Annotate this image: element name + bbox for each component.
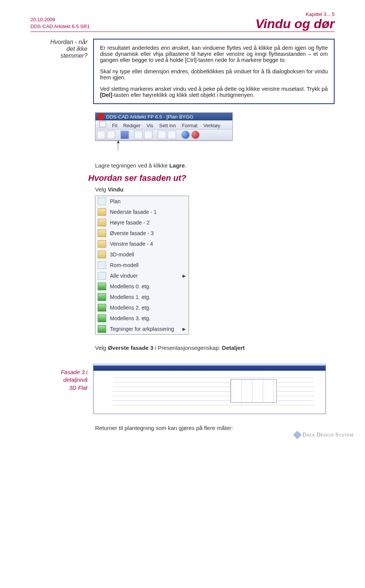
- app-toolbar: [95, 130, 232, 141]
- view-item-hoyre[interactable]: Høyre fasade - 2: [95, 217, 189, 228]
- view-item-venstre[interactable]: Venstre fasade - 4: [95, 239, 189, 249]
- margin-note: Hvordan - når det ikke stemmer?: [30, 39, 93, 104]
- redo-button[interactable]: [168, 131, 176, 139]
- header-title: Vindu og dør: [256, 17, 335, 30]
- info-p2: Skal ny type eller dimensjon endres, dob…: [100, 68, 328, 81]
- view-item-etg3[interactable]: Modellens 3. etg.: [95, 313, 189, 324]
- facade-screenshot: [93, 364, 326, 414]
- view-item-plan[interactable]: Plan: [95, 196, 189, 207]
- margin-note-l2: det ikke: [30, 46, 87, 52]
- callout-arrow: [95, 141, 335, 151]
- new-button[interactable]: [97, 131, 105, 139]
- menu-rediger[interactable]: Rediger: [123, 123, 141, 128]
- logo-icon: [293, 431, 302, 439]
- header-product: DDS-CAD Arkitekt 6.5 SR1: [30, 23, 90, 30]
- view-item-rommodell[interactable]: Rom-modell: [95, 260, 189, 270]
- view-item-allevinduer[interactable]: Alle vinduer▶: [95, 270, 189, 281]
- info-p3: Ved sletting markeres ønsket vindu ved å…: [100, 86, 328, 98]
- submenu-arrow-icon: ▶: [182, 273, 186, 278]
- floor-icon: [98, 293, 106, 301]
- floor-icon: [98, 325, 106, 333]
- view-item-3dmodell[interactable]: 3D-modell: [95, 249, 189, 260]
- app-title-text: DDS-CAD Arkitekt FP 6.5 - [Plan BYGG: [106, 114, 194, 120]
- window-control-icon[interactable]: [99, 121, 106, 127]
- floor-icon: [98, 315, 106, 322]
- view-3d-red-button[interactable]: [191, 131, 200, 139]
- info-p1: Er resultatet anderledes enn ønsket, kan…: [100, 45, 328, 63]
- open-button[interactable]: [107, 131, 115, 139]
- view-3d-blue-button[interactable]: [181, 131, 190, 139]
- menu-verktoy[interactable]: Verktøy: [203, 123, 220, 128]
- copy-button[interactable]: [134, 131, 143, 139]
- app-screenshot: DDS-CAD Arkitekt FP 6.5 - [Plan BYGG Fil…: [95, 112, 233, 141]
- save-button[interactable]: [121, 131, 129, 139]
- facade-margin-note: Fasade 3 i detaljnivå 3D Flat: [30, 368, 93, 392]
- view-item-etg0[interactable]: Modellens 0. etg.: [95, 281, 189, 292]
- facade-elevation-drawing: [94, 371, 325, 413]
- facade-titlebar: [94, 365, 325, 371]
- view-item-etg1[interactable]: Modellens 1. etg.: [95, 292, 189, 302]
- window-drawing: [230, 379, 277, 403]
- subheading-fasade: Hvordan ser fasaden ut?: [88, 173, 335, 183]
- margin-note-l3: stemmer?: [30, 52, 87, 59]
- velg-vindu: Velg Vindu: [95, 186, 335, 193]
- house-icon: [98, 240, 106, 248]
- menu-settinn[interactable]: Sett inn: [159, 123, 176, 128]
- menu-vis[interactable]: Vis: [146, 123, 153, 128]
- footer-logo: DATA DESIGN SYSTEM: [294, 432, 354, 438]
- print-button[interactable]: [144, 131, 152, 139]
- detail-caption: Velg Øverste fasade 3 i Presentasjonsege…: [95, 345, 335, 351]
- house-icon: [98, 219, 106, 226]
- save-caption: Lagre tegningen ved å klikke Lagre.: [95, 162, 335, 169]
- house-icon: [98, 251, 106, 258]
- margin-note-l1: Hvordan - når: [30, 39, 87, 46]
- view-item-nederste[interactable]: Nederste fasade - 1: [95, 207, 189, 217]
- house-icon: [98, 208, 106, 216]
- menu-fil[interactable]: Fil: [112, 123, 117, 128]
- view-menu-panel: Plan Nederste fasade - 1 Høyre fasade - …: [95, 196, 189, 335]
- view-item-overste[interactable]: Øverste fasade - 3: [95, 228, 189, 239]
- view-item-etg2[interactable]: Modellens 2. etg.: [95, 302, 189, 313]
- return-caption: Returner til plantegning som kan gjøres …: [95, 425, 335, 431]
- undo-button[interactable]: [158, 131, 166, 139]
- header-date: 20.10.2009: [30, 16, 90, 23]
- floor-icon: [98, 304, 106, 311]
- windows-icon: [98, 272, 106, 280]
- floor-icon: [98, 283, 106, 290]
- view-item-tegninger[interactable]: Tegninger for arkplassering▶: [95, 324, 189, 334]
- info-box: Er resultatet anderledes enn ønsket, kan…: [93, 39, 335, 104]
- app-icon: [98, 114, 104, 120]
- app-menubar: Fil Rediger Vis Sett inn Format Verktøy: [95, 120, 232, 130]
- house-icon: [98, 229, 106, 237]
- menu-format[interactable]: Format: [182, 123, 197, 128]
- page-header: 20.10.2009 DDS-CAD Arkitekt 6.5 SR1 Kapi…: [30, 11, 335, 32]
- submenu-arrow-icon: ▶: [182, 327, 186, 332]
- app-titlebar: DDS-CAD Arkitekt FP 6.5 - [Plan BYGG: [95, 113, 232, 120]
- plan-icon: [98, 198, 106, 205]
- room-icon: [98, 261, 106, 269]
